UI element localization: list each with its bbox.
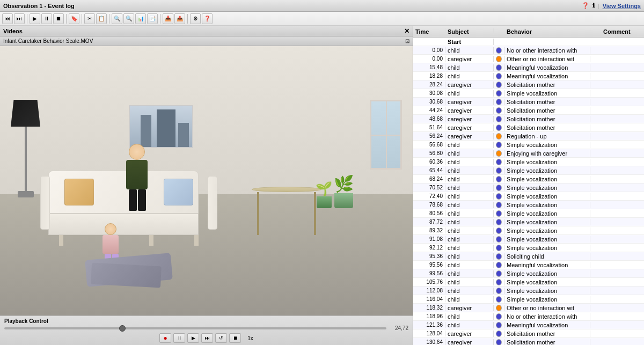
event-row[interactable]: 95,56 child Meaningful vocalization	[413, 261, 644, 269]
event-row[interactable]: 89,32 child Simple vocalization	[413, 226, 644, 235]
play-btn[interactable]: ▶	[187, 333, 199, 343]
event-row[interactable]: 118,32 caregiver Other or no interaction…	[413, 304, 644, 312]
event-behavior: Simple vocalization	[504, 142, 590, 148]
event-row[interactable]: 70,52 child Simple vocalization	[413, 183, 644, 192]
event-row[interactable]: 56,68 child Simple vocalization	[413, 141, 644, 149]
event-row[interactable]: 60,36 child Simple vocalization	[413, 158, 644, 166]
event-behavior: Solicitation mother	[504, 116, 590, 122]
toolbar-btn-15[interactable]: ⚙	[190, 13, 201, 24]
toolbar-btn-10[interactable]: 🔍	[123, 13, 134, 24]
pause-btn[interactable]: ⏸	[173, 333, 185, 343]
event-subject: child	[445, 167, 494, 174]
toolbar-btn-4[interactable]: ⏸	[41, 13, 52, 24]
toolbar-btn-16[interactable]: ❓	[202, 13, 213, 24]
toolbar-btn-11[interactable]: 📊	[135, 13, 146, 24]
event-subject: child	[445, 159, 494, 165]
toolbar-btn-7[interactable]: ✂	[84, 13, 95, 24]
help-icon[interactable]: ❓	[582, 2, 589, 9]
record-btn[interactable]: ●	[159, 333, 171, 343]
event-row[interactable]: 44,24 caregiver Solicitation mother	[413, 106, 644, 115]
toolbar-btn-13[interactable]: 📥	[163, 13, 173, 24]
toolbar-btn-6[interactable]: 🔖	[69, 13, 79, 24]
col-time: Time	[413, 28, 445, 35]
event-row[interactable]: 91,08 child Simple vocalization	[413, 235, 644, 244]
toolbar-btn-14[interactable]: 📤	[174, 13, 185, 24]
event-row[interactable]: 92,12 child Simple vocalization	[413, 244, 644, 252]
event-row[interactable]: 99,56 child Simple vocalization	[413, 269, 644, 278]
event-row[interactable]: 72,40 child Simple vocalization	[413, 192, 644, 201]
event-row[interactable]: 0,00 caregiver Other or no interaction w…	[413, 55, 644, 63]
event-behavior: Solicitation mother	[504, 331, 590, 337]
loop-btn[interactable]: ↺	[215, 333, 227, 343]
toolbar-btn-3[interactable]: ▶	[30, 13, 40, 24]
event-row[interactable]: Start	[413, 38, 644, 46]
caregiver-body	[126, 160, 148, 189]
event-row[interactable]: 80,56 child Simple vocalization	[413, 209, 644, 218]
toolbar-btn-2[interactable]: ⏭	[14, 13, 25, 24]
event-subject: child	[445, 47, 494, 54]
event-row[interactable]: 121,36 child Meaningful vocalization	[413, 321, 644, 329]
event-behavior: Simple vocalization	[504, 288, 590, 294]
event-icon-col	[494, 167, 504, 174]
stop-btn[interactable]: ⏹	[229, 333, 241, 343]
event-row[interactable]: 48,68 caregiver Solicitation mother	[413, 115, 644, 123]
event-row[interactable]: 0,00 child No or other interaction with	[413, 46, 644, 55]
toolbar-sep-1	[27, 14, 27, 24]
event-icon-col	[494, 124, 504, 131]
playback-thumb[interactable]	[119, 325, 126, 332]
event-row[interactable]: 56,24 caregiver Regulation - up	[413, 132, 644, 141]
event-subject: caregiver	[445, 133, 494, 140]
event-row[interactable]: 28,24 caregiver Solicitation mother	[413, 80, 644, 89]
event-subject: caregiver	[445, 331, 494, 337]
event-row[interactable]: 116,04 child Simple vocalization	[413, 295, 644, 304]
event-row[interactable]: 112,08 child Simple vocalization	[413, 287, 644, 295]
event-behavior: Simple vocalization	[504, 193, 590, 200]
event-row[interactable]: 130,64 caregiver Solicitation mother	[413, 338, 644, 345]
event-row[interactable]: 65,44 child Simple vocalization	[413, 166, 644, 175]
event-subject: caregiver	[445, 339, 494, 346]
event-row[interactable]: 87,72 child Simple vocalization	[413, 218, 644, 226]
event-subject: child	[445, 236, 494, 243]
child-body	[103, 235, 119, 254]
video-expand-btn[interactable]: ⊡	[405, 38, 409, 44]
view-settings-link[interactable]: View Settings	[603, 3, 641, 9]
couch-legs	[48, 235, 209, 246]
info-icon[interactable]: ℹ	[592, 2, 595, 9]
event-row[interactable]: 95,36 child Soliciting child	[413, 252, 644, 261]
event-time: 89,32	[413, 227, 445, 233]
event-row[interactable]: 78,68 child Simple vocalization	[413, 201, 644, 209]
event-row[interactable]: 15,48 child Meaningful vocalization	[413, 63, 644, 72]
event-behavior: No or other interaction with	[504, 47, 590, 54]
caregiver-legs	[129, 189, 148, 211]
event-subject: caregiver	[445, 99, 494, 105]
event-row[interactable]: 128,04 caregiver Solicitation mother	[413, 329, 644, 338]
close-video-btn[interactable]: ✕	[404, 27, 409, 35]
event-time: 112,08	[413, 288, 445, 293]
toolbar-btn-5[interactable]: ⏹	[53, 13, 64, 24]
event-time: 95,36	[413, 253, 445, 259]
event-icon-col	[494, 82, 504, 88]
event-row[interactable]: 118,96 child No or other interaction wit…	[413, 312, 644, 321]
event-row[interactable]: 68,24 child Simple vocalization	[413, 175, 644, 183]
event-time: 70,52	[413, 185, 445, 190]
event-row[interactable]: 105,76 child Simple vocalization	[413, 278, 644, 287]
event-row[interactable]: 18,28 child Meaningful vocalization	[413, 72, 644, 80]
event-icon-col	[494, 253, 504, 260]
event-row[interactable]: 56,80 child Enjoying with caregiver	[413, 149, 644, 158]
next-frame-btn[interactable]: ⏭	[201, 333, 213, 343]
event-subject: child	[445, 64, 494, 71]
event-row[interactable]: 30,08 child Simple vocalization	[413, 89, 644, 98]
toolbar-btn-9[interactable]: 🔍	[112, 13, 122, 24]
toolbar-btn-8[interactable]: 📋	[96, 13, 107, 24]
playback-track[interactable]	[4, 327, 386, 329]
toolbar-btn-1[interactable]: ⏮	[2, 13, 13, 24]
toolbar-btn-12[interactable]: 📑	[147, 13, 158, 24]
event-row[interactable]: 51,64 caregiver Solicitation mother	[413, 123, 644, 132]
event-behavior: Simple vocalization	[504, 185, 590, 191]
event-body[interactable]: Start 0,00 child No or other interaction…	[413, 38, 644, 345]
child-head	[105, 223, 116, 235]
event-behavior: Simple vocalization	[504, 236, 590, 243]
event-subject: caregiver	[445, 107, 494, 114]
event-behavior: Regulation - up	[504, 133, 590, 140]
event-row[interactable]: 30,68 caregiver Solicitation mother	[413, 98, 644, 106]
